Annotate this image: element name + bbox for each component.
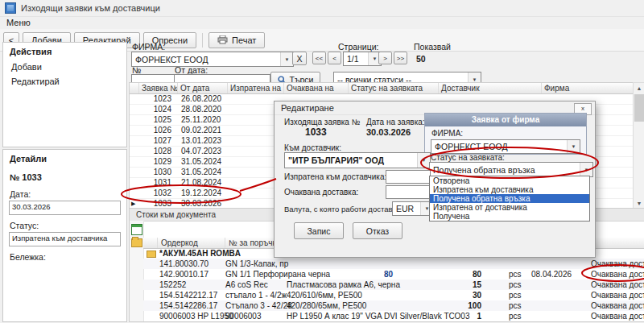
col-supplier[interactable]: Доставчик <box>439 83 542 93</box>
show-label: Показвай <box>414 42 451 52</box>
col-order-status[interactable]: Статус на заявката <box>349 83 439 93</box>
col-expected-on[interactable]: Очаквана на <box>284 83 349 93</box>
page-first-button[interactable]: << <box>312 52 326 64</box>
status-option[interactable]: Получена <box>430 212 589 221</box>
dialog-currency-combo[interactable]: EUR ▼ <box>392 201 434 216</box>
clear-company-button[interactable]: X <box>292 52 307 65</box>
status-option[interactable]: Получена обратна връзка <box>430 194 589 203</box>
cancel-button[interactable]: Отказ <box>353 222 402 239</box>
details-date-field[interactable]: 30.03.2026 <box>9 201 121 215</box>
chevron-down-icon[interactable]: ▼ <box>280 52 293 66</box>
dialog-company-label: ФИРМА: <box>425 126 586 138</box>
col-sent-on[interactable]: Изпратена на <box>228 83 284 93</box>
page-next-button[interactable]: > <box>378 52 392 64</box>
row-selector-cell <box>130 178 139 188</box>
company-group-title: Заявка от фирма <box>425 114 586 126</box>
export-table-icon[interactable] <box>131 224 142 235</box>
dialog-order-date-value: 30.03.2026 <box>366 127 411 137</box>
printer-icon <box>217 35 228 44</box>
row-selector-cell <box>130 115 139 125</box>
orders-table-header: Заявка № От дата Изпратена на Очаквана н… <box>130 83 634 94</box>
app-icon <box>5 2 16 14</box>
item-row[interactable]: 152252 А6 coS Rec Пластмасова рамка А6, … <box>143 280 644 290</box>
print-button[interactable]: Печат <box>208 32 265 48</box>
dialog-expected-label: Очаквана доставка: <box>284 188 358 197</box>
dialog-status-label: Статус на заявката: <box>431 153 505 162</box>
page-combo[interactable]: 1/1 ▼ <box>343 52 382 66</box>
col-ordercode[interactable]: Ордеркод <box>158 238 225 248</box>
action-link[interactable]: Добави <box>3 60 126 74</box>
scroll-up-icon[interactable]: ▲ <box>634 83 644 93</box>
dialog-sent-label: Изпратена към доставчика: <box>284 172 386 181</box>
row-selector-cell <box>130 94 139 104</box>
actions-panel-title: Действия <box>3 43 126 60</box>
details-status-field[interactable]: Изпратена към доставчика <box>9 232 121 246</box>
actions-panel: Действия ДобавиРедактирай <box>2 42 127 147</box>
menu-item-menu[interactable]: Меню <box>6 18 31 27</box>
item-row[interactable]: 154.5142286.17 Стъпало 3 - 42/28 420/280… <box>143 300 644 311</box>
show-count-field[interactable]: 50 <box>416 54 426 64</box>
details-order-number: № 1033 <box>3 167 126 184</box>
chevron-down-icon[interactable]: ▼ <box>567 140 580 153</box>
row-selector-cell <box>130 157 139 167</box>
save-button[interactable]: Запис <box>294 222 344 239</box>
dialog-order-no-value: 1033 <box>305 126 327 138</box>
folder-icon <box>147 251 156 258</box>
details-panel: Детайли № 1033 Дата: 30.03.2026 Статус: … <box>2 149 127 322</box>
title-bar: Изходящи заявки към доставчици <box>0 0 644 17</box>
pages-label: Страници: <box>338 42 379 52</box>
dialog-order-no-label: Изходяща заявка № <box>284 118 360 126</box>
row-selector-cell <box>130 136 139 146</box>
toolbar-separator <box>202 33 203 48</box>
page-prev-button[interactable]: < <box>328 52 341 64</box>
chevron-down-icon[interactable]: ▼ <box>580 163 592 176</box>
col-from-date[interactable]: От дата <box>178 83 228 93</box>
item-row[interactable]: 141.80030.70 GN 1/3-Капак, пр Очаквана д… <box>143 259 644 269</box>
item-row[interactable]: 90006003 HP L1950 90006003 HP L1950 А кл… <box>143 311 644 321</box>
chevron-down-icon[interactable]: ▼ <box>417 153 430 168</box>
window-title: Изходящи заявки към доставчици <box>21 3 160 13</box>
orders-scrollbar[interactable]: ▲ ▼ <box>633 82 644 209</box>
items-toolbar-strip <box>130 221 144 321</box>
dialog-company-combo[interactable]: ФОРНЕКСТ ЕООД ▼ <box>431 139 580 154</box>
menu-bar: Меню <box>0 16 644 29</box>
company-filter-label: ФИРМА: <box>132 42 165 52</box>
details-note-label: Бележка: <box>3 246 126 263</box>
status-dropdown-list: ОтворенаИзпратена към доставчикаПолучена… <box>429 176 590 222</box>
status-option[interactable]: Отворена <box>430 176 589 185</box>
action-link[interactable]: Редактирай <box>3 74 126 89</box>
dialog-supplier-label: Към доставчик: <box>284 143 341 152</box>
item-row[interactable]: 154.5142212.17 стъпало 1 - 4/2ж 420/610/… <box>143 290 644 300</box>
row-selector-cell <box>130 168 139 177</box>
dialog-order-date-label: Дата на заявка: <box>366 118 425 126</box>
col-order-id[interactable]: Заявка № <box>139 83 178 93</box>
items-table-body: *АКУМ.45АН ROMBA 141.80030.70 GN 1/3-Кап… <box>143 248 644 321</box>
company-group-box: Заявка от фирма ФИРМА: ФОРНЕКСТ ЕООД ▼ <box>424 113 587 155</box>
dialog-expected-input[interactable] <box>386 185 431 199</box>
row-selector-cell <box>130 188 139 198</box>
details-status-label: Статус: <box>3 215 126 232</box>
page-last-button[interactable]: >> <box>394 52 407 64</box>
status-option[interactable]: Изпратена от доставчика <box>430 203 589 212</box>
details-panel-title: Детайли <box>3 150 126 167</box>
company-filter-combo[interactable]: ФОРНЕКСТ ЕООД ▼ <box>131 52 294 67</box>
row-selector-cell <box>130 126 139 135</box>
col-company[interactable]: Фирма <box>542 83 634 93</box>
dialog-sent-input[interactable] <box>386 170 431 184</box>
row-selector-cell <box>130 147 139 156</box>
scrollbar-thumb[interactable] <box>634 94 644 122</box>
row-selector-cell <box>130 105 139 114</box>
details-date-label: Дата: <box>3 184 126 201</box>
item-row[interactable]: 142.90010.17 GN 1/1 Перфорирана черна 80… <box>143 269 644 280</box>
status-option[interactable]: Изпратена към доставчика <box>430 185 589 194</box>
app-window: Изходящи заявки към доставчици Меню < До… <box>0 0 644 323</box>
folder-icon[interactable] <box>131 238 142 247</box>
edit-dialog: Редактиране x Изходяща заявка № 1033 Дат… <box>274 101 596 258</box>
dialog-supplier-combo[interactable]: "ИТР БЪЛГАРИЯ" ООД ▼ <box>284 152 431 168</box>
